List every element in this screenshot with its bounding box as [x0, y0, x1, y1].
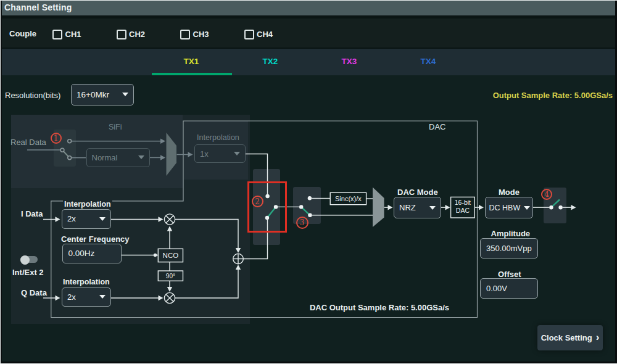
q-data-label: Q Data: [21, 288, 47, 297]
switch-3-graphic: [299, 196, 312, 217]
highlight-rectangle: [247, 181, 287, 233]
marker-2: 2: [252, 196, 263, 207]
q-interpolation-label: Interpolation: [63, 278, 110, 286]
amplitude-label: Amplitude: [491, 229, 531, 238]
chevron-down-icon: [99, 295, 106, 299]
marker-1: 1: [51, 133, 62, 144]
q-interpolation-value: 2x: [67, 292, 76, 302]
clock-setting-label: Clock Setting: [541, 333, 592, 342]
nco-junction-dot: [154, 254, 157, 257]
sifi-mode-value: Normal: [92, 153, 118, 162]
chevron-down-icon: [234, 152, 240, 155]
channel-setting-window: Channel Setting Couple CH1 CH2 CH3 CH4 T…: [0, 0, 617, 364]
center-frequency-value: 0.00Hz: [68, 249, 95, 258]
dac-chip-block: 16-bit DAC: [451, 197, 475, 218]
multiplier-i: [164, 214, 175, 225]
svg-text:Sinc(x)/x: Sinc(x)/x: [335, 195, 362, 202]
offset-value: 0.00V: [486, 284, 507, 293]
chevron-down-icon: [524, 206, 530, 210]
frame-top: [0, 0, 617, 1]
marker-3: 3: [296, 217, 308, 229]
dac-mode-value: NRZ: [399, 203, 416, 212]
dac-output-sample-rate: DAC Output Sample Rate: 5.00GSa/s: [301, 303, 458, 312]
dac-mode-dropdown[interactable]: NRZ: [394, 197, 441, 218]
chevron-down-icon: [99, 217, 106, 221]
switch-4-graphic: [549, 200, 563, 210]
output-mode-dropdown[interactable]: DC HBW: [485, 197, 533, 218]
output-mode-value: DC HBW: [489, 204, 521, 212]
dac-interpolation-value: 1x: [200, 149, 209, 159]
int-ext-toggle-label: Int/Ext 2: [12, 268, 44, 277]
offset-input[interactable]: 0.00V: [480, 278, 538, 299]
dac-interpolation-dropdown[interactable]: 1x: [194, 144, 246, 163]
nco-block: NCO: [158, 249, 183, 262]
sifi-mode-dropdown[interactable]: Normal: [86, 148, 150, 167]
border-bottom: [1, 362, 615, 363]
marker-4: 4: [541, 189, 552, 200]
int-ext-toggle-knob[interactable]: [20, 255, 30, 265]
chevron-down-icon: [429, 206, 436, 210]
svg-text:90°: 90°: [166, 273, 175, 279]
multiplier-q: [164, 292, 175, 303]
i-interpolation-dropdown[interactable]: 2x: [62, 209, 111, 229]
amplitude-input[interactable]: 350.00mVpp: [480, 238, 538, 259]
sifi-mux: [167, 133, 177, 176]
real-data-label: Real Data: [10, 138, 46, 147]
i-data-label: I Data: [21, 209, 43, 218]
sifi-title: SiFi: [109, 123, 122, 131]
svg-text:NCO: NCO: [163, 252, 179, 259]
clock-setting-button[interactable]: Clock Setting ›: [537, 325, 603, 350]
output-mode-label: Mode: [499, 188, 520, 197]
switch-1-contacts: [60, 139, 72, 160]
svg-text:DAC: DAC: [456, 207, 470, 214]
chevron-down-icon: [138, 155, 144, 159]
sifi-arrowheads: [160, 139, 193, 160]
offset-label: Offset: [498, 270, 521, 279]
sinc-block: Sinc(x)/x: [330, 192, 366, 205]
center-frequency-input[interactable]: 0.00Hz: [62, 244, 122, 263]
dac-title: DAC: [429, 122, 445, 131]
dac-mux: [373, 188, 384, 228]
adder: [233, 254, 244, 264]
svg-text:16-bit: 16-bit: [455, 199, 471, 206]
phase-90-block: 90°: [158, 271, 183, 281]
amplitude-value: 350.00mVpp: [486, 244, 532, 253]
border-left: [1, 1, 2, 363]
center-frequency-label: Center Frequency: [61, 234, 130, 244]
dac-mode-label: DAC Mode: [397, 188, 438, 197]
i-interpolation-label: Interpolation: [63, 200, 112, 209]
i-interpolation-value: 2x: [67, 214, 76, 223]
dac-interpolation-label: Interpolation: [197, 133, 239, 142]
q-interpolation-dropdown[interactable]: 2x: [62, 287, 111, 307]
